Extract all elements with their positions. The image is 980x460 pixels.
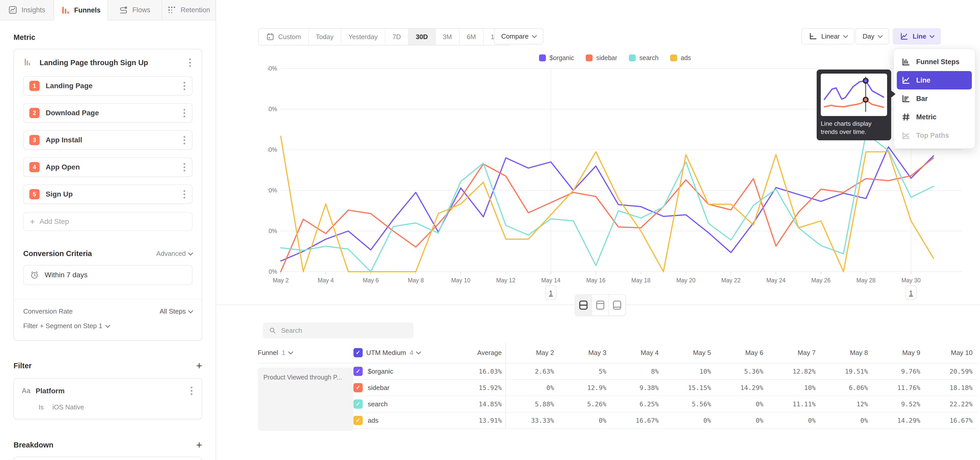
chevron-down-icon — [416, 349, 422, 355]
svg-text:May 14: May 14 — [541, 277, 561, 284]
advanced-dropdown[interactable]: Advanced — [156, 250, 192, 257]
chart-type-dropdown[interactable]: Line — [893, 28, 941, 45]
range-7d[interactable]: 7D — [385, 29, 409, 45]
layout-top-button[interactable] — [592, 295, 609, 315]
value-cell: 22.22% — [924, 401, 976, 408]
line-chart-tooltip: Line charts display trends over time. — [817, 70, 891, 140]
range-6m[interactable]: 6M — [460, 29, 484, 45]
legend-label: sidebar — [596, 54, 617, 62]
series-checkbox[interactable]: ✓ — [353, 399, 363, 409]
legend-item[interactable]: $organic — [539, 54, 574, 62]
svg-text:10%: 10% — [268, 228, 277, 234]
kebab-menu-icon[interactable] — [182, 188, 187, 200]
value-cell: 9.76% — [872, 368, 924, 375]
conversion-rate-dropdown[interactable]: All Steps — [159, 307, 192, 315]
funnel-column-header[interactable]: Funnel 1 — [258, 349, 353, 357]
legend-item[interactable]: ads — [670, 54, 691, 62]
series-name-cell[interactable]: ✓ sidebar — [353, 383, 457, 392]
compare-button[interactable]: Compare — [494, 28, 543, 45]
menu-item-funnel-steps[interactable]: Funnel Steps — [897, 53, 972, 71]
range-30d[interactable]: 30D — [409, 29, 436, 45]
value-cell: 0% — [558, 417, 610, 424]
legend-item[interactable]: search — [629, 54, 659, 62]
range-yesterday[interactable]: Yesterday — [341, 29, 385, 45]
svg-text:May 8: May 8 — [408, 277, 424, 284]
series-name-cell[interactable]: ✓ search — [353, 399, 457, 409]
series-name-cell[interactable]: ✓ $organic — [353, 367, 457, 376]
funnel-step-3[interactable]: 3 App Install — [23, 130, 192, 150]
average-cell: 13.91% — [457, 417, 505, 424]
svg-text:May 22: May 22 — [721, 277, 740, 284]
value-cell: 14.29% — [714, 384, 767, 391]
step-number-badge: 4 — [29, 162, 40, 172]
funnel-group-cell[interactable]: Product Viewed through P... — [258, 367, 353, 431]
table-row: ✓ $organic 16.03%2.63%5%8%10%5.36%12.82%… — [258, 363, 977, 380]
tab-funnels[interactable]: Funnels — [54, 0, 108, 21]
select-all-checkbox[interactable]: ✓ — [353, 348, 363, 357]
tooltip-mini-chart — [821, 73, 887, 116]
layout-split-horizontal-button[interactable] — [575, 295, 592, 315]
range-custom[interactable]: Custom — [259, 29, 309, 45]
conversion-criteria-title: Conversion Criteria — [23, 249, 92, 258]
kebab-menu-icon[interactable] — [189, 385, 194, 397]
legend-swatch — [539, 54, 546, 61]
add-step-button[interactable]: + Add Step — [23, 212, 192, 231]
menu-item-line[interactable]: Line — [897, 71, 972, 89]
value-cell: 6.25% — [610, 401, 662, 408]
menu-item-metric[interactable]: Metric — [897, 108, 972, 126]
interval-dropdown[interactable]: Day — [856, 28, 889, 45]
series-checkbox[interactable]: ✓ — [353, 367, 363, 376]
date-column-header: May 6 — [714, 349, 767, 357]
filter-operator[interactable]: Is — [38, 403, 44, 411]
conversion-window-row[interactable]: Within 7 days — [23, 265, 192, 285]
funnel-step-2[interactable]: 2 Download Page — [23, 103, 192, 123]
value-cell: 19.51% — [819, 368, 872, 375]
range-today[interactable]: Today — [309, 29, 341, 45]
tab-retention[interactable]: Retention — [162, 0, 216, 21]
filter-segment-dropdown[interactable]: Filter + Segment on Step 1 — [23, 322, 192, 330]
value-cell: 11.76% — [872, 384, 924, 391]
series-checkbox[interactable]: ✓ — [353, 383, 363, 392]
funnel-step-4[interactable]: 4 App Open — [23, 157, 192, 177]
value-cell: 15.15% — [662, 384, 714, 391]
range-3m[interactable]: 3M — [436, 29, 460, 45]
kebab-menu-icon[interactable] — [182, 80, 187, 92]
table-search[interactable] — [263, 323, 414, 339]
date-column-header: May 5 — [662, 349, 714, 357]
kebab-menu-icon[interactable] — [182, 161, 187, 173]
filter-property[interactable]: Platform — [36, 387, 184, 395]
filter-value[interactable]: iOS Native — [52, 403, 84, 411]
value-cell: 0% — [505, 380, 558, 396]
series-checkbox[interactable]: ✓ — [353, 416, 363, 425]
value-cell: 0% — [662, 417, 714, 424]
tab-flows[interactable]: Flows — [108, 0, 162, 21]
calendar-icon — [266, 32, 275, 41]
kebab-menu-icon[interactable] — [182, 134, 187, 146]
value-cell: 12% — [819, 401, 872, 408]
series-label: sidebar — [368, 384, 390, 392]
breakdown-column-header[interactable]: ✓ UTM Medium 4 — [353, 348, 457, 357]
funnel-step-5[interactable]: 5 Sign Up — [23, 185, 192, 204]
kebab-menu-icon[interactable] — [182, 107, 187, 119]
value-cell: 18.18% — [924, 384, 976, 391]
search-input[interactable] — [280, 326, 407, 335]
menu-item-bar[interactable]: Bar — [897, 89, 972, 108]
series-name-cell[interactable]: ✓ ads — [353, 416, 457, 425]
add-filter-button[interactable]: + — [196, 361, 202, 371]
add-breakdown-button[interactable]: + — [196, 440, 202, 450]
legend-item[interactable]: sidebar — [586, 54, 617, 62]
table-row: ✓ ads 13.91%33.33%0%16.67%0%0%0%0%14.29%… — [258, 412, 977, 429]
legend-swatch — [586, 54, 593, 61]
svg-text:May 2: May 2 — [273, 277, 289, 284]
tab-insights[interactable]: Insights — [0, 0, 54, 21]
conversion-window-label: Within 7 days — [45, 271, 88, 279]
chart-type-menu: Funnel Steps Line Bar Metric Top Paths — [893, 49, 975, 149]
filter-section-title: Filter — [14, 362, 32, 370]
layout-bottom-button[interactable] — [609, 295, 625, 315]
scale-dropdown[interactable]: Linear — [801, 28, 854, 45]
step-label: Sign Up — [46, 190, 176, 198]
chevron-down-icon — [105, 323, 110, 328]
value-cell: 0% — [714, 417, 767, 424]
kebab-menu-icon[interactable] — [188, 57, 192, 69]
funnel-step-1[interactable]: 1 Landing Page — [23, 76, 192, 96]
